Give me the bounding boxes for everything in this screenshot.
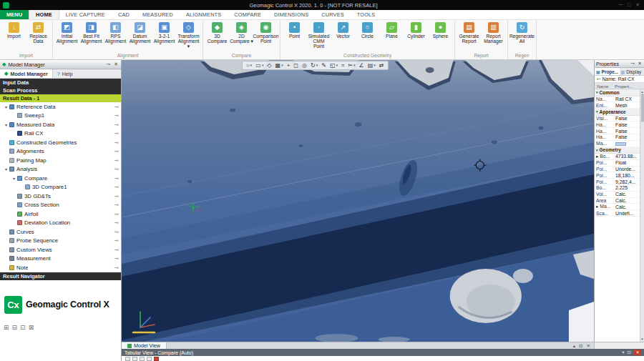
tab-live-capture[interactable]: LIVE CAPTURE	[59, 10, 112, 19]
scroll-thumb[interactable]	[641, 94, 644, 122]
tree-item-measured-data[interactable]: ▾Measured Data⊸	[0, 120, 121, 129]
pin-icon[interactable]: ⊸	[114, 202, 119, 208]
pin-icon[interactable]: ⊸	[114, 148, 119, 154]
transform-alignment-button[interactable]: ◇Transform Alignment ▾	[177, 21, 200, 49]
polygon-select-icon[interactable]: ◇	[265, 61, 273, 69]
tree-item-curves[interactable]: Curves⊸	[0, 227, 121, 237]
circle-button[interactable]: ○Circle	[356, 21, 379, 49]
angle-measure-icon[interactable]: ∠	[358, 61, 366, 69]
pin-icon[interactable]: ⊸	[114, 255, 119, 262]
tab-display[interactable]: ▥ Display	[620, 68, 644, 75]
sphere-button[interactable]: ●Sphere	[429, 21, 452, 49]
model-view-viewport[interactable]: ○▾▭▾◇▦▾+◻◎↻▾✎◱▾≈✂▾∠▤▾⇄	[122, 60, 594, 342]
close-icon[interactable]: ✕	[634, 350, 641, 355]
paint-select-icon[interactable]: ▦▾	[274, 61, 285, 69]
pin-icon[interactable]: ⊸	[114, 193, 119, 199]
import-button[interactable]: ↓Import	[2, 21, 26, 49]
2d-compare-button[interactable]: ◈2D Compare ▾	[230, 21, 253, 49]
simulated-cmm-point-button[interactable]: ◦Simulated CMM Point	[307, 21, 331, 49]
circle-select-icon[interactable]: ○▾	[245, 61, 253, 69]
tab-measured[interactable]: MEASURED	[136, 10, 180, 19]
tab-compare[interactable]: COMPARE	[228, 10, 268, 19]
tree-item-cross-section[interactable]: Cross Section⊸	[0, 201, 121, 210]
maximize-icon[interactable]: □	[628, 2, 630, 8]
vector-button[interactable]: ↗Vector	[331, 21, 355, 49]
tree-item-sweep1[interactable]: Sweep1⊸	[0, 112, 121, 121]
3-2-1-alignment-button[interactable]: ▣3-2-1 Alignment	[152, 21, 176, 49]
3d-compare-button[interactable]: ◆3D Compare	[205, 21, 229, 49]
tree-item-reference-data[interactable]: ▾Reference Data⊸	[0, 102, 121, 112]
pin-icon[interactable]: ⊸	[114, 166, 119, 172]
pin-icon[interactable]: ⊸	[114, 264, 119, 271]
annotate-icon[interactable]: ✎	[320, 61, 328, 69]
tab-curves[interactable]: CURVES	[315, 10, 350, 19]
chevron-down-icon[interactable]: ▾	[11, 176, 17, 181]
tree-item-measurement[interactable]: Measurement⊸	[0, 254, 121, 264]
chevron-down-icon[interactable]: ▾	[3, 122, 9, 127]
add-selection-icon[interactable]: +	[286, 61, 292, 69]
best-fit-alignment-button[interactable]: ◨Best Fit Alignment	[79, 21, 103, 49]
float-icon[interactable]: ⊡	[579, 343, 582, 349]
plane-button[interactable]: ▱Plane	[380, 21, 404, 49]
pin-icon[interactable]: ⊸	[630, 61, 635, 66]
pin-icon[interactable]: ⊸	[114, 104, 119, 110]
clear-selection-icon[interactable]: ◻	[292, 61, 300, 69]
float-icon[interactable]: ⊡	[628, 350, 631, 355]
tabular-toolbar-icon-2[interactable]	[132, 357, 137, 361]
menu-button[interactable]: MENU	[0, 10, 29, 19]
cylinder-button[interactable]: ▮Cylinder	[404, 21, 428, 49]
tree-item-3d-compare1[interactable]: 3D Compare1⊸	[0, 183, 121, 192]
tabular-toolbar-icon-4[interactable]	[147, 357, 152, 361]
generate-report-button[interactable]: ▤Generate Report	[457, 21, 481, 49]
sync-views-icon[interactable]: ⇄	[378, 61, 386, 69]
scan-3d-view[interactable]	[122, 60, 594, 342]
smooth-shading-icon[interactable]: ≈	[340, 61, 346, 69]
name-value[interactable]: Rail CX	[618, 76, 634, 81]
minimize-icon[interactable]: ─	[619, 2, 623, 8]
dock-layout-icon-1[interactable]: ⊞	[4, 324, 9, 331]
tree-item-note[interactable]: Note⊸	[0, 263, 121, 272]
chevron-down-icon[interactable]: ▾	[3, 104, 9, 109]
tab-alignments[interactable]: ALIGNMENTS	[180, 10, 228, 19]
view-mode-icon[interactable]: ◱▾	[328, 61, 339, 69]
dock-layout-icon-2[interactable]: ⊟	[12, 324, 18, 331]
collapse-icon[interactable]: ▾	[622, 350, 624, 355]
tabular-toolbar-icon-3[interactable]	[140, 357, 145, 361]
pin-icon[interactable]: ⊸	[114, 211, 119, 217]
close-icon[interactable]: ✕	[113, 61, 119, 67]
display-options-icon[interactable]: ▤▾	[366, 61, 377, 69]
initial-alignment-button[interactable]: ◩Initial Alignment	[55, 21, 79, 49]
dock-layout-icon-4[interactable]: ⊠	[29, 324, 34, 331]
tree-item-pairing-map[interactable]: Pairing Map⊸	[0, 156, 121, 165]
pin-icon[interactable]: ⊸	[114, 130, 119, 137]
section-input-data[interactable]: Input Data	[0, 79, 121, 86]
comparison-point-button[interactable]: ◉Comparison Point	[254, 21, 278, 49]
datum-alignment-button[interactable]: ◪Datum Alignment	[128, 21, 152, 49]
pin-icon[interactable]: ⊸	[114, 219, 119, 226]
rotate-view-icon[interactable]: ↻▾	[309, 61, 319, 69]
properties-scrollbar[interactable]: ▲ ▼	[640, 89, 644, 342]
tree-item-analysis[interactable]: ▾Analysis⊸	[0, 165, 121, 174]
chevron-down-icon[interactable]: ▾	[3, 167, 9, 172]
pin-icon[interactable]: ⊸	[114, 237, 119, 244]
section-scan-process[interactable]: Scan Process	[0, 86, 121, 94]
tab-dimensions[interactable]: DIMENSIONS	[268, 10, 315, 19]
pin-icon[interactable]: ⊸	[114, 229, 119, 235]
scroll-down-icon[interactable]: ▼	[640, 337, 643, 341]
close-icon[interactable]: ✕	[637, 61, 643, 66]
tree-item-airfoil[interactable]: Airfoil⊸	[0, 209, 121, 219]
tree-item-rail-cx[interactable]: Rail CX⊸	[0, 129, 121, 139]
tab-tools[interactable]: TOOLS	[351, 10, 382, 19]
pin-icon[interactable]: ⊸	[114, 175, 119, 182]
tree-item-alignments[interactable]: Alignments⊸	[0, 147, 121, 157]
report-manager-button[interactable]: ▥Report Manager	[482, 21, 505, 49]
pin-icon[interactable]: ⊸	[114, 184, 119, 190]
back-arrow-icon[interactable]: ↩	[597, 76, 600, 82]
rectangle-select-icon[interactable]: ▭▾	[254, 61, 265, 69]
tab-cad[interactable]: CAD	[112, 10, 136, 19]
tabular-toolbar-icon-5[interactable]	[154, 357, 159, 361]
tab-properties[interactable]: ▤ Prope...	[595, 68, 620, 75]
tab-model-manager[interactable]: ◆ Model Manager	[0, 69, 53, 78]
material-color-swatch[interactable]	[615, 142, 626, 146]
tree-item-probe-sequence[interactable]: Probe Sequence⊸	[0, 237, 121, 246]
